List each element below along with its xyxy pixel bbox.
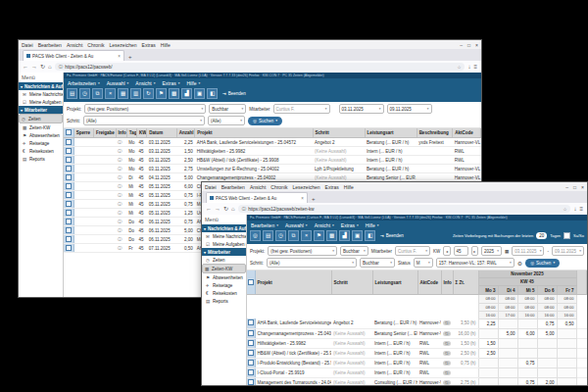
select-all-checkbox[interactable]	[247, 270, 255, 295]
timer-icon-button[interactable]: ◷	[275, 230, 286, 241]
row-checkbox[interactable]	[247, 318, 255, 328]
browser-menu-bearbeiten[interactable]: Bearbeiten	[221, 184, 245, 190]
chart-icon-button[interactable]: ▟	[181, 88, 192, 99]
projekt-cell[interactable]: Hilfstätigkeiten - 25.9982	[255, 338, 331, 348]
projekt-select[interactable]: (frei gew. Positionen)▾	[268, 246, 337, 256]
sidebar-section-nachrichten-aufgaben[interactable]: ▾Nachrichten & Aufgaben	[19, 82, 63, 90]
column-header-schritt[interactable]: Schritt	[313, 128, 365, 138]
browser-tab[interactable]: PACS Web Client - Zeiten & Au ×	[23, 50, 124, 61]
info-icon[interactable]: ⓘ	[116, 147, 126, 156]
app-menu-auswahl[interactable]: Auswahl▾	[285, 222, 308, 228]
info-icon[interactable]: ⓘ	[443, 320, 451, 325]
projekt-cell[interactable]: Changemanagementprozess - 25.04002	[255, 328, 331, 338]
flag-icon-button[interactable]: ⚑	[156, 88, 167, 99]
day-value-cell[interactable]: 5,00	[498, 328, 517, 338]
day-value-cell[interactable]	[557, 368, 576, 377]
app-menu-bearbeiten[interactable]: Bearbeiten▾	[251, 222, 278, 228]
browser-menu-chronik[interactable]: Chronik	[87, 42, 104, 48]
new-tab-button[interactable]: +	[128, 54, 132, 60]
row-checkbox[interactable]	[64, 209, 74, 218]
info-icon[interactable]: ⓘ	[443, 380, 451, 385]
columns-icon-button[interactable]: ▥	[130, 88, 141, 99]
day-header[interactable]: Mo 3	[478, 286, 498, 295]
info-icon[interactable]: ⓘ	[443, 331, 451, 336]
maximize-button[interactable]: □	[467, 42, 470, 48]
suchen-button[interactable]: ◎Suchen▾	[525, 259, 560, 268]
refresh-icon-button[interactable]: ↻	[143, 88, 154, 99]
reload-icon[interactable]: ↻	[40, 64, 45, 70]
info-icon[interactable]: ⓘ	[116, 165, 126, 173]
leistungsart-cell[interactable]: Intern (... EUR / h)	[365, 156, 416, 165]
bookmark-star-icon[interactable]: ☆	[457, 65, 461, 70]
download-icon[interactable]: ↓	[573, 206, 576, 212]
kw-value[interactable]: 45	[454, 246, 468, 256]
tab-close-icon[interactable]: ×	[118, 54, 121, 59]
schritt-cell[interactable]: (Keine Auswahl)	[331, 338, 372, 348]
schritt-cell[interactable]: (Keine Auswahl)	[331, 368, 372, 377]
day-value-cell[interactable]	[498, 377, 517, 385]
day-value-cell[interactable]	[478, 328, 498, 338]
app-menu-extras[interactable]: Extras▾	[341, 222, 359, 228]
browser-menu-lesezeichen[interactable]: Lesezeichen	[110, 42, 137, 48]
grid-icon-button[interactable]: ▩	[169, 88, 179, 99]
projekt-cell[interactable]: HB&W (Abteil) / tick (Zertifikate) - 25.…	[255, 348, 331, 358]
column-header-anzahl[interactable]: Anzahl	[176, 128, 194, 138]
projekt-cell[interactable]: AHA Bank, Laufende Serviceleistungen - 2…	[195, 138, 313, 147]
sidebar-item-reports[interactable]: ▤Reports	[202, 297, 246, 305]
column-header-kw[interactable]: KW	[136, 128, 146, 138]
tab-close-icon[interactable]: ×	[301, 196, 304, 201]
info-icon[interactable]: ⓘ	[116, 226, 126, 235]
column-header-info[interactable]: Info	[441, 270, 453, 295]
day-value-cell[interactable]	[557, 377, 576, 385]
column-header-leistungsart[interactable]: Leistungsart	[365, 128, 416, 138]
column-header-beschreibung[interactable]: Beschreibung	[416, 128, 453, 138]
browser-menu-hilfe[interactable]: Hilfe	[344, 184, 354, 190]
day-value-cell[interactable]: 0,75	[517, 377, 537, 385]
bookmark-star-icon[interactable]: ☆	[563, 207, 566, 212]
sidebar-item-reisetage[interactable]: ✈Reisetage	[202, 281, 246, 289]
row-checkbox[interactable]	[247, 368, 255, 377]
sidebar-item-zeiten-kw[interactable]: ▦Zeiten-KW	[19, 123, 63, 131]
browser-menu-extras[interactable]: Extras	[142, 42, 156, 48]
beenden-button[interactable]: ⇥Beenden	[380, 233, 404, 238]
leistungsart-cell[interactable]: Consulting (... EUR / h)	[372, 377, 417, 385]
copy-icon-button[interactable]: ⧉	[92, 88, 103, 99]
mitarbeiter-select[interactable]: Curtius F.▾	[395, 246, 430, 256]
browser-menu-chronik[interactable]: Chronik	[270, 184, 287, 190]
select-all-checkbox[interactable]	[64, 128, 74, 138]
date-from-select[interactable]: 03.11.2025▾	[339, 104, 384, 114]
leistungsart-cell[interactable]: Beratung (... EUR / h)	[372, 318, 417, 328]
day-value-cell[interactable]: 6,00	[517, 328, 537, 338]
day-value-cell[interactable]	[557, 348, 576, 358]
sidebar-section-nachrichten-aufgaben[interactable]: ▾Nachrichten & Aufgaben	[202, 224, 246, 232]
new-entry-icon-button[interactable]: ▤	[67, 88, 77, 99]
day-value-cell[interactable]	[537, 348, 557, 358]
day-value-cell[interactable]	[557, 338, 576, 348]
beenden-button[interactable]: ⇥Beenden	[222, 91, 246, 96]
url-bar[interactable]: ⓘ https://pacs12/pacsweb/ ☆	[55, 63, 466, 71]
day-value-cell[interactable]	[517, 318, 537, 328]
date-from-select[interactable]: 03.11.2025▾	[512, 246, 544, 256]
site-info-icon[interactable]: ⓘ	[59, 65, 64, 70]
day-value-cell[interactable]	[517, 368, 537, 377]
kw-next-button[interactable]: ▸	[471, 246, 478, 256]
alle-select[interactable]: (Alle)▾	[208, 116, 245, 125]
buchbar-select[interactable]: Buchbar▾	[209, 104, 246, 114]
schritt-cell[interactable]: Angebot 2	[331, 318, 372, 328]
projekt-cell[interactable]: I-Cloud-Portal - 25.9919	[255, 368, 331, 377]
column-header-freigabe[interactable]: Freigabe	[94, 128, 116, 138]
leistungsart-cell[interactable]: Intern (... EUR / h)	[372, 348, 417, 358]
column-header-schritt[interactable]: Schritt	[331, 270, 372, 295]
leistungsart-cell[interactable]: Beratung Senior (... EUR / h)	[372, 328, 417, 338]
row-checkbox[interactable]	[64, 138, 74, 147]
projekt-cell[interactable]: Hilfstätigkeiten - 25.9982	[195, 147, 313, 156]
row-checkbox[interactable]	[247, 338, 255, 348]
sidebar-item-reports[interactable]: ▤Reports	[19, 155, 63, 163]
info-icon[interactable]: ⓘ	[116, 191, 126, 200]
schritt-select[interactable]: (Alle)▾	[83, 116, 205, 125]
day-value-cell[interactable]: 5,00	[537, 328, 557, 338]
schritt-cell[interactable]: (Keine Auswahl)	[331, 328, 372, 338]
home-icon[interactable]: ⌂	[231, 206, 235, 212]
date-to-select[interactable]: 09.11.2025▾	[552, 246, 584, 256]
cart-icon-button[interactable]: ◧	[365, 230, 375, 241]
